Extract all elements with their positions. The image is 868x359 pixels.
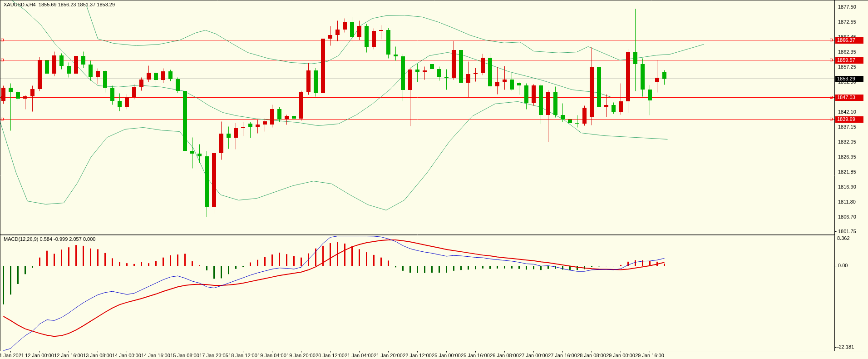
time-axis[interactable] — [0, 351, 834, 359]
level-badge-1847[interactable]: 1847.03 — [835, 95, 863, 101]
price-axis[interactable] — [834, 0, 868, 351]
open-value: 1855.69 — [39, 2, 57, 7]
macd-values: 0.584 -0.999 2.057 0.000 — [39, 236, 95, 242]
trading-chart-window: XAUUSD.v,H4 1855.69 1856.23 1851.37 1853… — [0, 0, 868, 359]
level-badge-1866[interactable]: 1866.37 — [835, 37, 863, 44]
symbol-label: XAUUSD.v,H4 — [4, 2, 36, 7]
macd-indicator-label: MACD(12,26,9) 0.584 -0.999 2.057 0.000 — [4, 236, 95, 242]
low-value: 1851.37 — [77, 2, 95, 7]
macd-name: MACD(12,26,9) — [4, 236, 38, 242]
macd-panel[interactable] — [0, 235, 834, 351]
level-badge-1859[interactable]: 1859.57 — [835, 57, 863, 64]
high-value: 1856.23 — [58, 2, 76, 7]
close-value: 1853.29 — [97, 2, 115, 7]
symbol-ohlc-title: XAUUSD.v,H4 1855.69 1856.23 1851.37 1853… — [4, 2, 115, 7]
current-price-badge[interactable]: 1853.29 — [835, 76, 863, 82]
level-badge-1839[interactable]: 1839.69 — [835, 116, 863, 123]
main-chart-panel[interactable] — [0, 0, 834, 234]
